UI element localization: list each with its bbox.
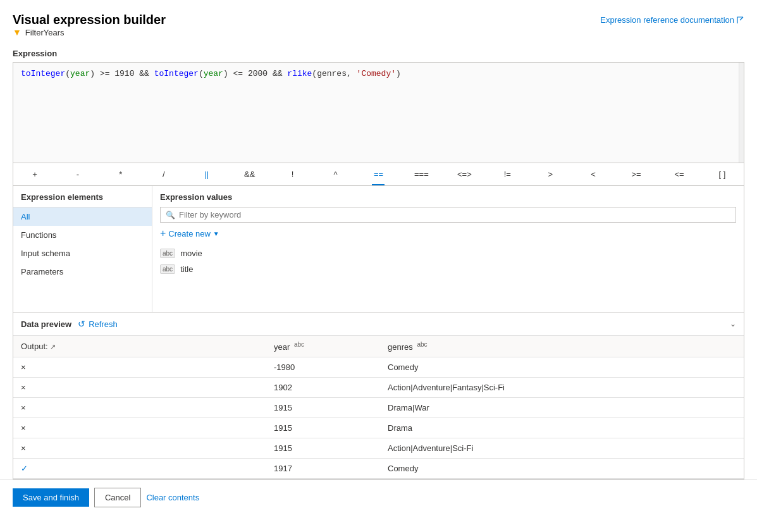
elem-functions[interactable]: Functions bbox=[13, 226, 152, 244]
op-eq[interactable]: == bbox=[357, 167, 400, 182]
footer-bar: Save and finish Cancel Clear contents bbox=[0, 479, 757, 515]
cell-year: 1915 bbox=[266, 418, 380, 438]
type-badge: abc bbox=[160, 264, 175, 274]
th-year: year abc bbox=[266, 336, 380, 357]
th-output: Output: ↗ bbox=[13, 336, 266, 357]
collapse-icon[interactable]: ⌄ bbox=[730, 319, 736, 328]
save-and-finish-button[interactable]: Save and finish bbox=[13, 488, 89, 507]
plus-icon: + bbox=[160, 228, 166, 239]
table-header-row: Output: ↗ year abc genres abc bbox=[13, 336, 744, 357]
cell-genres: Drama|War bbox=[380, 398, 744, 418]
operators-bar: + - * / || && ! ^ == === <=> != > < >= <… bbox=[13, 163, 744, 186]
data-preview-section: Data preview ↺ Refresh ⌄ Output: ↗ year … bbox=[13, 312, 744, 479]
cancel-button[interactable]: Cancel bbox=[94, 488, 141, 507]
cell-output: × bbox=[13, 357, 266, 378]
op-caret[interactable]: ^ bbox=[314, 167, 357, 182]
cell-output: × bbox=[13, 378, 266, 398]
chevron-down-icon: ▼ bbox=[213, 230, 219, 237]
create-new-button[interactable]: + Create new ▼ bbox=[160, 228, 736, 239]
op-lt[interactable]: < bbox=[572, 167, 615, 182]
filter-input-wrap: 🔍 bbox=[160, 207, 736, 223]
cell-output: × bbox=[13, 418, 266, 438]
cell-output: × bbox=[13, 438, 266, 459]
cell-year: 1915 bbox=[266, 438, 380, 459]
expression-label: Expression bbox=[13, 49, 744, 58]
filter-keyword-input[interactable] bbox=[179, 210, 730, 220]
op-spaceship[interactable]: <=> bbox=[443, 167, 486, 182]
op-minus[interactable]: - bbox=[56, 167, 99, 182]
op-gt[interactable]: > bbox=[529, 167, 572, 182]
value-movie[interactable]: abc movie bbox=[160, 245, 736, 261]
cell-output: × bbox=[13, 398, 266, 418]
cell-output: ✓ bbox=[13, 459, 266, 479]
op-bracket[interactable]: [ ] bbox=[701, 167, 744, 182]
data-preview-header: Data preview ↺ Refresh ⌄ bbox=[13, 312, 744, 336]
table-body: ×-1980Comedy×1902Action|Adventure|Fantas… bbox=[13, 357, 744, 479]
external-link-icon bbox=[737, 16, 744, 24]
op-and[interactable]: && bbox=[228, 167, 271, 182]
cell-genres: Comedy bbox=[380, 459, 744, 479]
cell-genres: Comedy bbox=[380, 357, 744, 378]
op-plus[interactable]: + bbox=[13, 167, 56, 182]
op-neq[interactable]: != bbox=[486, 167, 529, 182]
value-label: title bbox=[180, 264, 193, 274]
filter-name: FilterYears bbox=[25, 28, 65, 37]
table-row: ×1915Action|Adventure|Sci-Fi bbox=[13, 438, 744, 459]
op-divide[interactable]: / bbox=[142, 167, 185, 182]
cell-year: 1902 bbox=[266, 378, 380, 398]
op-strict-eq[interactable]: === bbox=[400, 167, 443, 182]
cell-year: 1915 bbox=[266, 398, 380, 418]
expression-editor[interactable]: toInteger(year) >= 1910 && toInteger(yea… bbox=[13, 62, 744, 163]
op-or[interactable]: || bbox=[185, 167, 228, 182]
table-row: ✓1917Comedy bbox=[13, 459, 744, 479]
op-gte[interactable]: >= bbox=[615, 167, 658, 182]
cell-genres: Action|Adventure|Fantasy|Sci-Fi bbox=[380, 378, 744, 398]
clear-contents-button[interactable]: Clear contents bbox=[146, 493, 199, 502]
values-title: Expression values bbox=[160, 192, 736, 202]
value-label: movie bbox=[180, 249, 202, 258]
data-preview-table: Output: ↗ year abc genres abc ×-1980Come… bbox=[13, 336, 744, 479]
table-row: ×1915Drama bbox=[13, 418, 744, 438]
expression-values-panel: Expression values 🔍 + Create new ▼ abc m… bbox=[152, 186, 744, 312]
page-title: Visual expression builder bbox=[13, 13, 166, 27]
cell-genres: Drama bbox=[380, 418, 744, 438]
table-row: ×-1980Comedy bbox=[13, 357, 744, 378]
elem-parameters[interactable]: Parameters bbox=[13, 263, 152, 281]
op-not[interactable]: ! bbox=[271, 167, 314, 182]
value-title[interactable]: abc title bbox=[160, 261, 736, 277]
table-row: ×1915Drama|War bbox=[13, 398, 744, 418]
elem-input-schema[interactable]: Input schema bbox=[13, 244, 152, 263]
table-row: ×1902Action|Adventure|Fantasy|Sci-Fi bbox=[13, 378, 744, 398]
search-icon: 🔍 bbox=[166, 211, 175, 220]
refresh-icon: ↺ bbox=[78, 319, 85, 329]
th-genres: genres abc bbox=[380, 336, 744, 357]
cell-genres: Action|Adventure|Sci-Fi bbox=[380, 438, 744, 459]
refresh-button[interactable]: ↺ Refresh bbox=[78, 319, 118, 329]
cell-year: 1917 bbox=[266, 459, 380, 479]
op-multiply[interactable]: * bbox=[99, 167, 142, 182]
expression-elements-panel: Expression elements All Functions Input … bbox=[13, 186, 152, 312]
doc-link[interactable]: Expression reference documentation bbox=[600, 15, 744, 25]
op-lte[interactable]: <= bbox=[658, 167, 701, 182]
cell-year: -1980 bbox=[266, 357, 380, 378]
preview-title: Data preview bbox=[21, 319, 71, 329]
type-badge: abc bbox=[160, 249, 175, 258]
elem-all[interactable]: All bbox=[13, 207, 152, 226]
elements-title: Expression elements bbox=[13, 186, 152, 207]
funnel-icon: ▼ bbox=[13, 27, 22, 37]
